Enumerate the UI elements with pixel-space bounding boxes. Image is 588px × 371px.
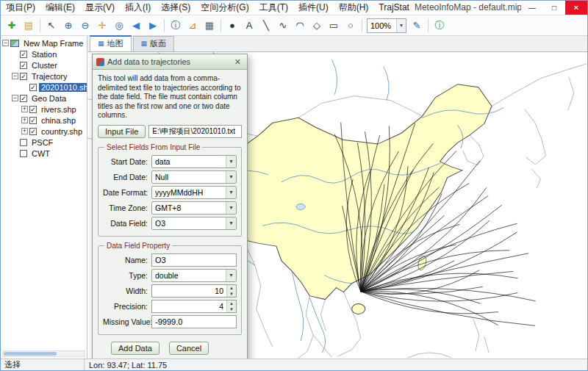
zoom-in-tool-button[interactable]: ⊕ [60, 18, 76, 34]
tab-地图[interactable]: ▦地图 [90, 35, 132, 51]
new-rectangle-button[interactable]: ▭ [326, 18, 342, 34]
new-curve-button[interactable]: ◠ [292, 18, 308, 34]
attribute-table-button[interactable]: ▦ [201, 18, 218, 34]
select-tool-button[interactable]: ↖ [43, 18, 60, 34]
tree-item-station[interactable]: ✓Station [1, 48, 87, 60]
menu-item-空间分析-g[interactable]: 空间分析(G) [196, 1, 254, 15]
field-label: Type: [103, 271, 151, 280]
attribute-table-icon: ▦ [205, 21, 214, 30]
layer-checkbox[interactable] [20, 150, 27, 157]
measure-button[interactable]: ⊿ [184, 18, 201, 34]
menu-item-项目-p[interactable]: 项目(P) [1, 1, 40, 15]
spinner-down-icon[interactable]: ▼ [227, 291, 236, 297]
spinner-up-icon[interactable]: ▲ [227, 300, 236, 306]
field-spinner-precision[interactable]: 4▲▼ [151, 300, 237, 313]
menu-item-trajstat[interactable]: TrajStat [373, 1, 415, 15]
window-controls: — □ ✕ [521, 1, 587, 15]
new-freehand-button[interactable]: ∿ [275, 18, 291, 34]
full-extent-button[interactable]: ◎ [111, 18, 127, 34]
maximize-button[interactable]: □ [543, 1, 565, 15]
tree-item-country-shp[interactable]: +✓country.shp [1, 126, 87, 137]
identify-button[interactable]: ⓘ [168, 18, 184, 34]
layer-checkbox[interactable]: ✓ [20, 51, 27, 58]
tree-horizontal-scrollbar[interactable] [2, 350, 85, 357]
add-frame-button[interactable]: ✚ [4, 18, 20, 34]
menu-item-插入-i[interactable]: 插入(I) [120, 1, 156, 15]
field-row: Type:double▾ [103, 269, 237, 282]
layer-checkbox[interactable]: ✓ [29, 128, 37, 135]
input-file-field[interactable]: E:\申报项目\20201010.txt [148, 125, 242, 138]
spinner-up-icon[interactable]: ▲ [227, 285, 236, 291]
tree-item-china-shp[interactable]: +✓china.shp [1, 115, 87, 126]
menu-item-选择-s[interactable]: 选择(S) [156, 1, 196, 15]
dialog-titlebar[interactable]: Add data to trajectories ✕ [93, 54, 247, 70]
layer-checkbox[interactable]: ✓ [29, 117, 37, 124]
zoom-out-tool-button[interactable]: ⊖ [77, 18, 93, 34]
pan-tool-button[interactable]: ✛ [94, 18, 110, 34]
field-combo-date-format[interactable]: yyyyMMddHH▾ [151, 186, 237, 199]
field-value: -9999.0 [155, 317, 182, 326]
field-input-name[interactable]: O3 [151, 253, 237, 267]
expand-icon[interactable]: + [21, 117, 28, 123]
tree-item-cwt[interactable]: CWT [1, 148, 87, 159]
zoom-level-combo[interactable]: 100%▾ [367, 18, 406, 33]
input-file-row: Input File E:\申报项目\20201010.txt [98, 125, 242, 138]
menu-item-编辑-e[interactable]: 编辑(E) [40, 1, 80, 15]
zoom-out-tool-icon: ⊖ [82, 21, 90, 30]
new-polyline-button[interactable]: ╲ [258, 18, 274, 34]
tree-item-20201010-shp[interactable]: ✓20201010.shp [1, 82, 87, 93]
menu-item-显示-v[interactable]: 显示(V) [80, 1, 120, 15]
prev-view-button[interactable]: ◀ [128, 18, 144, 34]
edit-vertices-button[interactable]: ✎ [409, 18, 425, 34]
menu-item-插件-u[interactable]: 插件(U) [293, 1, 334, 15]
close-button[interactable]: ✕ [565, 1, 587, 15]
menu-item-工具-t[interactable]: 工具(T) [254, 1, 293, 15]
dialog-close-icon[interactable]: ✕ [232, 57, 243, 67]
field-input-missing-value[interactable]: -9999.0 [151, 315, 237, 328]
field-spinner-width[interactable]: 10▲▼ [151, 284, 237, 298]
spinner-value: 4 [152, 302, 226, 311]
tree-item-geo-data[interactable]: −✓Geo Data [1, 93, 87, 104]
field-combo-start-date[interactable]: data▾ [151, 155, 237, 168]
layer-checkbox[interactable]: ✓ [29, 84, 37, 91]
tree-item-new-map-frame[interactable]: −New Map Frame [1, 37, 87, 48]
open-file-button[interactable]: ▤ [21, 18, 37, 34]
layer-checkbox[interactable]: ✓ [20, 62, 27, 69]
scrollbar-thumb[interactable] [4, 352, 57, 356]
next-view-button[interactable]: ▶ [145, 18, 161, 34]
measure-icon: ⊿ [189, 21, 197, 30]
cancel-button[interactable]: Cancel [169, 342, 209, 355]
layer-checkbox[interactable]: ✓ [29, 106, 37, 113]
toolbar-separator [40, 19, 40, 32]
field-combo-type[interactable]: double▾ [151, 269, 237, 282]
add-data-button[interactable]: Add Data [111, 342, 159, 355]
collapse-icon[interactable]: − [2, 40, 9, 46]
field-combo-end-date[interactable]: Null▾ [151, 170, 237, 184]
about-button[interactable]: ⓘ [431, 18, 448, 34]
new-circle-button[interactable]: ○ [343, 18, 359, 34]
spinner-down-icon[interactable]: ▼ [227, 306, 236, 312]
input-file-button[interactable]: Input File [98, 125, 146, 138]
china-polygon-layer [210, 84, 492, 314]
menu-item-帮助-h[interactable]: 帮助(H) [334, 1, 374, 15]
tree-item-cluster[interactable]: ✓Cluster [1, 60, 87, 71]
map-canvas[interactable]: Add data to trajectories ✕ This tool wil… [87, 52, 587, 359]
collapse-icon[interactable]: − [12, 95, 18, 101]
collapse-icon[interactable]: − [12, 73, 18, 79]
tree-item-pscf[interactable]: PSCF [1, 137, 87, 148]
layer-checkbox[interactable]: ✓ [20, 73, 27, 80]
field-combo-time-zone[interactable]: GMT+8▾ [151, 201, 237, 215]
tree-item-trajectory[interactable]: −✓Trajectory [1, 71, 87, 82]
new-label-button[interactable]: A [241, 18, 257, 34]
tree-item-rivers-shp[interactable]: +✓rivers.shp [1, 104, 87, 115]
field-combo-data-field[interactable]: O3▾ [151, 217, 237, 230]
layer-checkbox[interactable]: ✓ [20, 95, 27, 102]
new-polygon-button[interactable]: ◇ [309, 18, 325, 34]
toolbar: ✚▤↖⊕⊖✛◎◀▶ⓘ⊿▦●A╲∿◠◇▭○100%▾✎ⓘ [1, 15, 587, 36]
expand-icon[interactable]: + [21, 106, 28, 112]
expand-icon[interactable]: + [21, 128, 28, 134]
new-point-button[interactable]: ● [224, 18, 240, 34]
layer-checkbox[interactable] [20, 139, 27, 146]
minimize-button[interactable]: — [521, 1, 543, 15]
tab-版面[interactable]: ▦版面 [133, 36, 175, 51]
